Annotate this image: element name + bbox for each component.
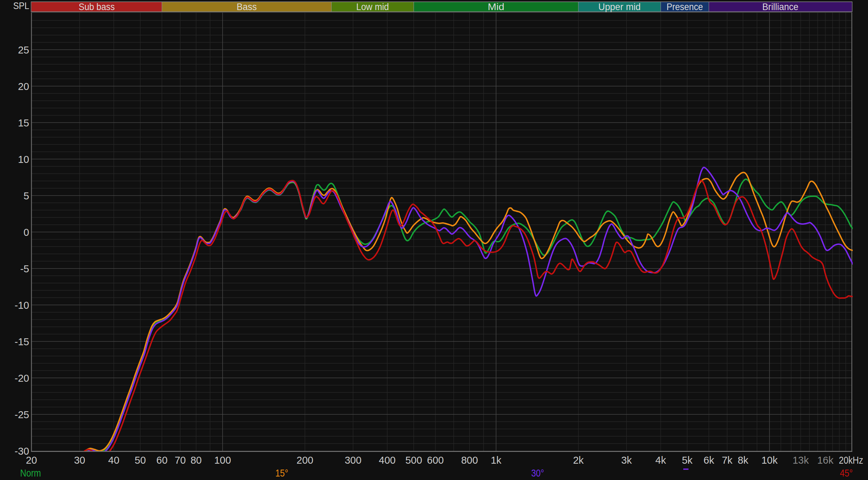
svg-text:Mid: Mid: [488, 1, 504, 12]
svg-text:5k: 5k: [682, 455, 693, 466]
svg-text:Presence: Presence: [667, 1, 703, 12]
svg-text:800: 800: [461, 455, 478, 466]
svg-text:45°: 45°: [840, 467, 853, 479]
svg-text:16k: 16k: [817, 455, 834, 466]
svg-text:25: 25: [18, 44, 29, 56]
svg-text:Brilliance: Brilliance: [762, 1, 799, 12]
svg-text:2k: 2k: [573, 455, 584, 466]
svg-text:13k: 13k: [793, 455, 809, 466]
svg-text:8k: 8k: [738, 455, 749, 466]
svg-text:0: 0: [24, 227, 29, 238]
svg-text:20: 20: [18, 81, 29, 92]
svg-text:Bass: Bass: [237, 1, 257, 12]
svg-text:10: 10: [18, 154, 29, 165]
svg-text:1k: 1k: [491, 455, 501, 466]
svg-text:40: 40: [108, 455, 119, 466]
svg-text:10k: 10k: [761, 455, 778, 466]
svg-text:20kHz: 20kHz: [839, 455, 863, 466]
svg-text:-15: -15: [15, 336, 29, 347]
svg-text:-10: -10: [15, 300, 29, 311]
svg-text:70: 70: [175, 455, 186, 466]
svg-text:500: 500: [405, 455, 422, 466]
svg-text:5: 5: [24, 190, 29, 201]
svg-text:600: 600: [427, 455, 444, 466]
svg-text:300: 300: [345, 455, 361, 466]
svg-text:60: 60: [156, 455, 167, 466]
svg-text:50: 50: [135, 455, 146, 466]
svg-text:30: 30: [74, 455, 85, 466]
svg-text:6k: 6k: [703, 455, 714, 466]
svg-text:100: 100: [214, 455, 231, 466]
svg-text:4k: 4k: [656, 455, 666, 466]
svg-text:20: 20: [26, 455, 37, 466]
svg-text:7k: 7k: [722, 455, 733, 466]
svg-text:400: 400: [379, 455, 395, 466]
svg-text:SPL: SPL: [13, 0, 29, 11]
svg-text:3k: 3k: [621, 455, 632, 466]
svg-text:-5: -5: [20, 263, 29, 274]
svg-text:-25: -25: [15, 409, 29, 420]
svg-text:-20: -20: [15, 373, 29, 384]
svg-text:Low mid: Low mid: [356, 1, 389, 12]
svg-text:Sub bass: Sub bass: [79, 1, 115, 12]
svg-text:Upper mid: Upper mid: [598, 1, 641, 12]
svg-text:Norm: Norm: [20, 467, 41, 479]
svg-text:80: 80: [191, 455, 202, 466]
svg-text:15°: 15°: [275, 467, 288, 479]
svg-text:30°: 30°: [531, 467, 544, 479]
svg-text:200: 200: [297, 455, 313, 466]
svg-text:15: 15: [18, 117, 29, 129]
